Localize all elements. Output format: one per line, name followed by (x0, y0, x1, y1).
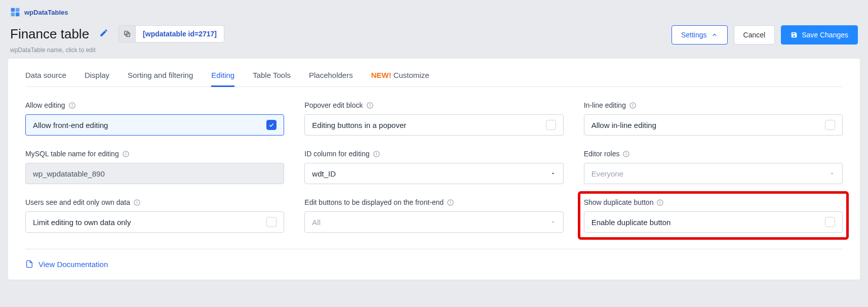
select-editor-roles-placeholder: Everyone (591, 169, 623, 178)
checkbox-empty-icon (825, 120, 835, 130)
info-icon[interactable] (122, 150, 130, 158)
settings-button[interactable]: Settings (672, 25, 728, 45)
field-allow-editing: Allow editing Allow front-end editing (25, 101, 284, 136)
label-duplicate-text: Show duplicate button (584, 198, 654, 206)
field-inline: In-line editing Allow in-line editing (584, 101, 843, 136)
svg-point-14 (633, 104, 633, 104)
tab-table-tools[interactable]: Table Tools (253, 64, 291, 87)
brand-icon (10, 7, 20, 17)
tabs: Data source Display Sorting and filterin… (25, 64, 843, 87)
field-popover: Popover edit block Editing buttons in a … (304, 101, 563, 136)
info-icon[interactable] (656, 199, 664, 206)
new-badge: NEW! (371, 71, 391, 79)
info-icon[interactable] (629, 102, 637, 109)
toggle-inline[interactable]: Allow in-line editing (584, 114, 843, 136)
toggle-duplicate[interactable]: Enable duplicate button (584, 211, 843, 233)
label-popover: Popover edit block (304, 101, 563, 109)
cancel-button[interactable]: Cancel (734, 25, 775, 45)
info-icon[interactable] (366, 102, 374, 109)
svg-rect-2 (11, 13, 15, 17)
tab-placeholders[interactable]: Placeholders (309, 64, 353, 87)
svg-point-23 (626, 152, 627, 153)
info-icon[interactable] (133, 199, 141, 206)
shortcode-display: [wpdatatable id=2717] (136, 25, 224, 42)
view-documentation-label: View Documentation (38, 260, 108, 269)
svg-point-32 (660, 201, 661, 201)
toggle-duplicate-text: Enable duplicate button (591, 218, 671, 227)
cancel-label: Cancel (743, 31, 766, 39)
tab-customize-label: Customize (393, 71, 429, 79)
svg-point-11 (370, 104, 370, 104)
toggle-popover[interactable]: Editing buttons in a popover (304, 114, 563, 136)
label-edit-buttons: Edit buttons to be displayed on the fron… (304, 198, 563, 206)
toggle-popover-text: Editing buttons in a popover (312, 121, 406, 129)
tab-editing[interactable]: Editing (211, 64, 234, 87)
label-inline: In-line editing (584, 101, 843, 109)
info-icon[interactable] (447, 199, 454, 206)
label-editor-roles: Editor roles (584, 150, 843, 158)
info-icon[interactable] (373, 150, 380, 158)
page-title[interactable]: Finance table (10, 26, 89, 42)
brand: wpDataTables (10, 7, 858, 17)
svg-rect-3 (16, 13, 20, 17)
svg-point-29 (450, 201, 451, 201)
pencil-icon[interactable] (99, 28, 108, 39)
divider (25, 249, 843, 249)
field-editor-roles: Editor roles Everyone (584, 150, 843, 184)
field-duplicate: Show duplicate button Enable duplicate b… (584, 198, 843, 233)
input-mysql-value: wp_wpdatatable_890 (33, 169, 105, 178)
info-icon[interactable] (622, 150, 630, 158)
label-popover-text: Popover edit block (304, 101, 363, 109)
caret-down-icon (550, 219, 556, 225)
checkbox-checked-icon (266, 120, 277, 130)
label-editor-roles-text: Editor roles (584, 150, 620, 158)
label-inline-text: In-line editing (584, 101, 626, 109)
label-mysql: MySQL table name for editing (25, 150, 284, 158)
field-own-data: Users see and edit only own data Limit e… (25, 198, 284, 233)
svg-point-8 (72, 104, 72, 104)
save-label: Save Changes (802, 31, 848, 39)
label-own-data: Users see and edit only own data (25, 198, 284, 206)
select-id-column-value: wdt_ID (312, 169, 336, 178)
input-mysql-table: wp_wpdatatable_890 (25, 163, 284, 184)
caret-down-icon (550, 170, 556, 177)
label-allow-editing-text: Allow editing (25, 101, 65, 109)
toggle-allow-editing[interactable]: Allow front-end editing (25, 114, 284, 136)
svg-rect-0 (11, 8, 15, 12)
svg-point-17 (126, 152, 126, 153)
label-id-col-text: ID column for editing (304, 150, 369, 158)
tab-sorting[interactable]: Sorting and filtering (128, 64, 193, 87)
label-mysql-text: MySQL table name for editing (25, 150, 119, 158)
view-documentation-link[interactable]: View Documentation (25, 259, 843, 269)
copy-shortcode-button[interactable] (119, 25, 136, 42)
label-duplicate: Show duplicate button (584, 198, 843, 206)
checkbox-empty-icon (266, 217, 277, 227)
select-editor-roles[interactable]: Everyone (584, 163, 843, 184)
field-id-col: ID column for editing wdt_ID (304, 150, 563, 184)
svg-point-26 (137, 201, 137, 201)
tab-customize[interactable]: NEW!Customize (371, 64, 429, 87)
checkbox-empty-icon (546, 120, 556, 130)
label-own-data-text: Users see and edit only own data (25, 198, 130, 206)
svg-point-20 (376, 152, 377, 153)
toggle-inline-text: Allow in-line editing (591, 121, 656, 129)
select-id-column[interactable]: wdt_ID (304, 163, 563, 184)
field-mysql: MySQL table name for editing wp_wpdatata… (25, 150, 284, 184)
save-icon (791, 31, 798, 38)
settings-label: Settings (681, 31, 707, 39)
chevron-up-icon (711, 31, 718, 38)
tab-data-source[interactable]: Data source (25, 64, 66, 87)
svg-rect-1 (16, 8, 20, 12)
file-icon (25, 259, 33, 269)
toggle-own-data[interactable]: Limit editing to own data only (25, 211, 284, 233)
field-edit-buttons: Edit buttons to be displayed on the fron… (304, 198, 563, 233)
toggle-allow-editing-text: Allow front-end editing (33, 121, 108, 129)
select-edit-buttons[interactable]: All (304, 211, 563, 233)
save-button[interactable]: Save Changes (781, 25, 858, 45)
select-edit-buttons-placeholder: All (312, 218, 321, 227)
tab-display[interactable]: Display (85, 64, 109, 87)
info-icon[interactable] (68, 102, 76, 109)
label-id-col: ID column for editing (304, 150, 563, 158)
toggle-own-data-text: Limit editing to own data only (33, 218, 131, 227)
settings-card: Data source Display Sorting and filterin… (8, 59, 860, 280)
